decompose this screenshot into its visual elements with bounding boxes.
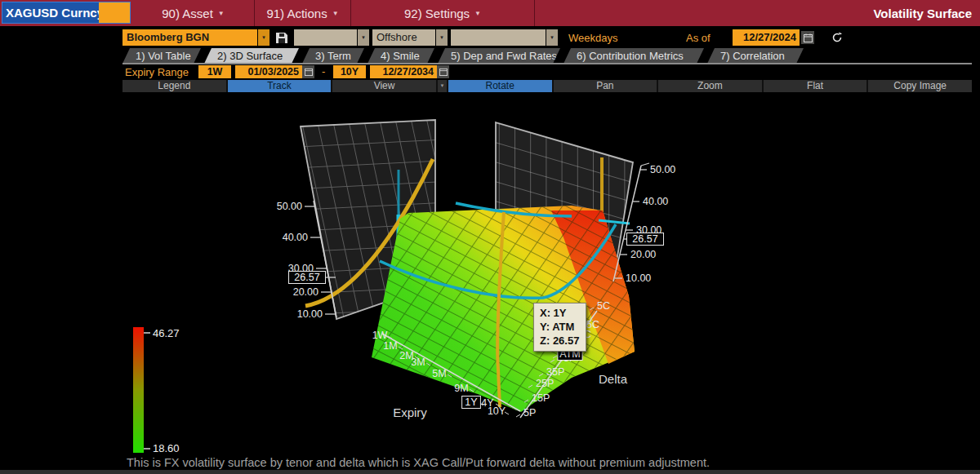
bottom-strip	[0, 470, 980, 474]
vol-surface-chart[interactable]: 50.0040.0030.0020.0010.0026.5750.0040.00…	[0, 92, 980, 455]
tooltip-x: X: 1Y	[540, 306, 579, 320]
svg-text:1Y: 1Y	[465, 396, 478, 408]
chevron-down-icon[interactable]: ▼	[357, 29, 369, 46]
blank-select-2[interactable]: ▼	[451, 29, 558, 46]
flat-button[interactable]: Flat	[764, 80, 867, 92]
svg-text:50.00: 50.00	[650, 164, 675, 175]
svg-text:50.00: 50.00	[277, 201, 302, 212]
copy-image-button[interactable]: Copy Image	[868, 80, 972, 92]
chevron-down-icon: ▼	[218, 10, 225, 17]
security-ticker-field[interactable]: XAGUSD Curncy	[2, 2, 131, 24]
price-source-value: Bloomberg BGN	[127, 31, 209, 43]
menu-asset-label: 90) Asset	[162, 7, 213, 20]
zoom-button[interactable]: Zoom	[658, 80, 762, 92]
svg-text:26.57: 26.57	[294, 272, 319, 283]
expiry-to-date-input[interactable]: 12/27/2034	[370, 65, 437, 78]
expiry-from-tenor-input[interactable]: 1W	[198, 65, 231, 78]
menu-actions-label: 91) Actions	[266, 7, 327, 20]
refresh-button[interactable]	[829, 30, 845, 45]
menu-bar: 90) Asset ▼ 91) Actions ▼ 92) Settings ▼…	[132, 0, 980, 26]
as-of-date-input[interactable]: 12/27/2024	[733, 29, 800, 46]
ticker-input-cursor-area[interactable]	[99, 2, 130, 23]
svg-text:15P: 15P	[532, 392, 550, 404]
expiry-range-label: Expiry Range	[125, 66, 189, 78]
price-source-select[interactable]: Bloomberg BGN ▼	[122, 29, 270, 46]
svg-text:5C: 5C	[597, 300, 610, 312]
svg-text:20.00: 20.00	[630, 249, 656, 260]
tab-strip-underline	[122, 63, 972, 64]
svg-text:5M: 5M	[432, 368, 446, 379]
calendar-icon[interactable]	[437, 65, 449, 78]
offshore-select[interactable]: Offshore ▼	[372, 29, 448, 46]
refresh-icon	[831, 32, 843, 43]
tooltip-y: Y: ATM	[540, 320, 579, 334]
expiry-range-row: Expiry Range 1W 01/03/2025 - 10Y 12/27/2…	[0, 65, 980, 79]
tab-term[interactable]: 3) Term	[302, 48, 364, 64]
svg-text:3M: 3M	[411, 357, 425, 368]
svg-text:10.00: 10.00	[297, 308, 323, 320]
chevron-down-icon[interactable]: ▼	[546, 29, 558, 46]
menu-actions[interactable]: 91) Actions ▼	[255, 0, 351, 26]
track-button[interactable]: Track	[228, 80, 332, 92]
svg-text:Expiry: Expiry	[393, 405, 427, 419]
tab-3d-surface[interactable]: 2) 3D Surface	[204, 48, 299, 64]
chevron-down-icon[interactable]: ▼	[435, 29, 448, 46]
view-dropdown-arrow-icon[interactable]: ▼	[438, 80, 447, 92]
svg-text:35P: 35P	[546, 366, 564, 378]
view-button[interactable]: View	[332, 80, 436, 92]
svg-text:Delta: Delta	[599, 372, 628, 386]
rotate-button[interactable]: Rotate	[448, 80, 552, 92]
svg-text:40.00: 40.00	[643, 196, 668, 207]
volatility-surface-mesh[interactable]	[372, 203, 635, 412]
tab-vol-table[interactable]: 1) Vol Table	[122, 48, 201, 64]
as-of-label: As of	[686, 32, 710, 44]
svg-text:1W: 1W	[372, 330, 388, 341]
color-scale-bar	[133, 327, 144, 453]
menu-asset[interactable]: 90) Asset ▼	[132, 0, 255, 26]
weekdays-label: Weekdays	[568, 32, 617, 44]
tab-dep-and-fwd-rates[interactable]: 5) Dep and Fwd Rates	[438, 48, 560, 64]
top-menu-bar: XAGUSD Curncy 90) Asset ▼ 91) Actions ▼ …	[0, 0, 980, 26]
chevron-down-icon[interactable]: ▼	[257, 29, 270, 46]
range-dash: -	[322, 65, 325, 78]
calendar-icon[interactable]	[302, 65, 314, 78]
expiry-to-tenor-input[interactable]: 10Y	[333, 65, 366, 78]
calendar-icon[interactable]	[801, 31, 814, 44]
svg-text:26.57: 26.57	[632, 233, 657, 245]
tab-strip: 1) Vol Table 2) 3D Surface 3) Term 4) Sm…	[122, 48, 804, 64]
tab-contribution-metrics[interactable]: 6) Contribution Metrics	[564, 48, 704, 64]
track-tooltip: X: 1Y Y: ATM Z: 26.57	[533, 303, 586, 352]
offshore-value: Offshore	[376, 31, 417, 43]
security-ticker[interactable]: XAGUSD Curncy	[2, 2, 99, 23]
svg-text:20.00: 20.00	[293, 286, 318, 298]
page-title: Volatility Surface	[873, 7, 980, 20]
chart-toolbar: Legend Track View ▼ Rotate Pan Zoom Flat…	[122, 80, 972, 92]
svg-text:10.00: 10.00	[626, 272, 651, 284]
svg-text:25P: 25P	[536, 378, 554, 389]
tab-smile[interactable]: 4) Smile	[368, 48, 434, 64]
surface-plot-canvas[interactable]: 50.0040.0030.0020.0010.0026.5750.0040.00…	[122, 92, 980, 455]
menu-settings[interactable]: 92) Settings ▼	[351, 0, 535, 26]
svg-text:9M: 9M	[454, 383, 468, 394]
chevron-down-icon: ▼	[474, 10, 481, 17]
controls-row: Bloomberg BGN ▼ ▼ Offshore ▼ ▼ Weekdays …	[0, 29, 980, 47]
floppy-disk-icon	[275, 32, 288, 44]
pan-button[interactable]: Pan	[554, 80, 657, 92]
svg-text:10Y: 10Y	[488, 405, 506, 417]
legend-button[interactable]: Legend	[122, 80, 226, 92]
svg-text:40.00: 40.00	[283, 232, 308, 243]
status-description: This is FX volatility surface by tenor a…	[127, 456, 710, 469]
chevron-down-icon: ▼	[332, 10, 339, 17]
menu-settings-label: 92) Settings	[404, 7, 470, 20]
svg-text:5P: 5P	[523, 407, 536, 419]
expiry-from-date-input[interactable]: 01/03/2025	[235, 65, 302, 78]
bloomberg-terminal-window: XAGUSD Curncy 90) Asset ▼ 91) Actions ▼ …	[0, 0, 980, 474]
tab-correlation[interactable]: 7) Correlation	[707, 48, 804, 64]
svg-text:46.27: 46.27	[153, 327, 180, 339]
svg-text:1M: 1M	[383, 340, 397, 352]
tooltip-z: Z: 26.57	[540, 334, 579, 348]
save-button[interactable]	[273, 30, 291, 45]
svg-text:18.60: 18.60	[153, 442, 180, 454]
blank-select-1[interactable]: ▼	[294, 29, 369, 46]
